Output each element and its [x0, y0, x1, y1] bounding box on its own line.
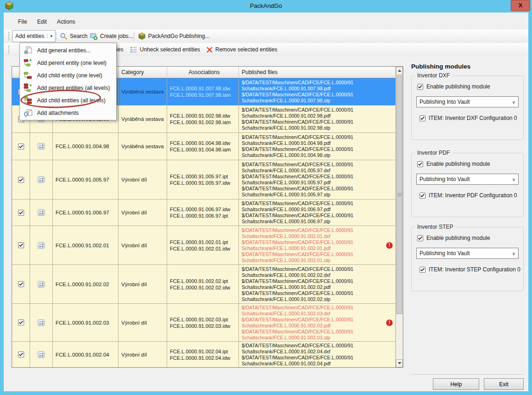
- exit-button[interactable]: Exit: [484, 378, 524, 390]
- item-config-checkbox-row[interactable]: ITEM: Inventor PDF Configuration 0: [419, 192, 517, 199]
- enable-module-checkbox[interactable]: [417, 161, 423, 167]
- publish-mode-select[interactable]: Publishing Into Vault ∨: [416, 248, 519, 259]
- row-icon-cell: [30, 200, 53, 226]
- check-mark-icon: [420, 193, 425, 198]
- header-published-files[interactable]: Published files: [239, 67, 395, 78]
- row-checkbox-cell: [12, 265, 30, 303]
- client-area: File Edit Actions Add entities ▾ Search …: [4, 13, 528, 391]
- item-icon: [38, 319, 45, 326]
- menubar: File Edit Actions: [4, 16, 528, 27]
- module-groupbox: Inventor PDF Enable publishing module Pu…: [411, 153, 524, 217]
- close-button[interactable]: X: [511, 0, 530, 11]
- menu-actions[interactable]: Actions: [52, 17, 80, 26]
- item-config-checkbox-row[interactable]: ITEM: Inventor STEP Configuration 0: [419, 266, 520, 273]
- row-name: FCE.L.0000.91.002.04: [53, 342, 119, 367]
- row-associations: FCE.L.0000.91.006.97.idwFCE.L.0000.91.00…: [167, 200, 239, 226]
- row-published-cell: $/DATA/TEST/Maschinen/CAD/FCE/FCE.L.0000…: [239, 226, 395, 264]
- header-associations[interactable]: Associations: [167, 67, 239, 78]
- publish-mode-select[interactable]: Publishing Into Vault ∨: [416, 96, 519, 107]
- row-checkbox-cell: [12, 304, 30, 341]
- table-row[interactable]: FCE.L.0000.91.002.03 Výrobní díl FCE.L.0…: [12, 304, 395, 342]
- row-published-cell: $/DATA/TEST/Maschinen/CAD/FCE/FCE.L.0000…: [239, 133, 395, 160]
- enable-module-checkbox-row[interactable]: Enable publishing module: [417, 83, 490, 90]
- menu-item[interactable]: Add general entities...: [21, 44, 115, 56]
- add-entities-button[interactable]: Add entities ▾: [12, 30, 56, 42]
- table-row[interactable]: FCE.L.0000.91.005.97 Výrobní díl FCE.L.0…: [12, 160, 395, 200]
- row-checkbox[interactable]: [18, 144, 24, 150]
- row-icon-cell: [30, 160, 53, 199]
- menu-item[interactable]: Add child entities (all levels): [21, 94, 115, 107]
- error-icon: !: [386, 320, 393, 326]
- row-published-cell: $/DATA/TEST/Maschinen/CAD/FCE/FCE.L.0000…: [239, 265, 395, 303]
- check-mark-icon: [19, 243, 24, 248]
- add-child-entities-icon: [23, 96, 33, 105]
- table-row[interactable]: FCE.L.0000.91.002.01 Výrobní díl FCE.L.0…: [12, 226, 395, 265]
- vertical-scrollbar[interactable]: [395, 67, 403, 367]
- create-jobs-icon: [90, 32, 98, 40]
- row-checkbox[interactable]: [18, 320, 24, 326]
- chevron-down-icon: ∨: [512, 100, 515, 105]
- titlebar: PackAndGo X: [0, 0, 532, 13]
- row-category: Výrobní díl: [119, 226, 167, 264]
- create-jobs-button[interactable]: Create jobs...: [90, 31, 133, 41]
- row-associations: FCE.L.0000.91.004.98.idwFCE.L.0000.91.00…: [167, 133, 239, 160]
- remove-selected-button[interactable]: Remove selected entities: [206, 44, 277, 55]
- row-category: Vyráběná sestava: [119, 106, 167, 132]
- check-mark-icon: [19, 210, 24, 215]
- menu-edit[interactable]: Edit: [32, 17, 52, 26]
- row-checkbox-cell: [12, 200, 30, 226]
- enable-module-checkbox[interactable]: [417, 84, 423, 90]
- item-config-checkbox-row[interactable]: ITEM: Inventor DXF Configuration 0: [419, 115, 517, 121]
- menu-item-label: Add attachments: [37, 110, 79, 116]
- row-name: FCE.L.0000.91.006.97: [53, 200, 119, 226]
- row-checkbox[interactable]: [18, 242, 24, 248]
- item-config-checkbox[interactable]: [419, 115, 426, 121]
- scrollbar-thumb[interactable]: [396, 75, 402, 314]
- row-icon-cell: [30, 226, 53, 264]
- scroll-down-button[interactable]: [396, 359, 403, 367]
- row-category: Výrobní díl: [119, 265, 167, 303]
- header-category[interactable]: Category: [119, 67, 167, 78]
- uncheck-selected-button[interactable]: Unheck selected entities: [130, 44, 200, 55]
- publish-mode-select[interactable]: Publishing Into Vault ∨: [416, 174, 519, 185]
- enable-module-checkbox-row[interactable]: Enable publishing module: [417, 161, 490, 167]
- toolbar-separator: [134, 31, 134, 41]
- row-checkbox[interactable]: [18, 210, 24, 216]
- table-row[interactable]: FCE.L.0000.91.006.97 Výrobní díl FCE.L.0…: [12, 200, 395, 226]
- menu-item[interactable]: Add attachments: [21, 107, 115, 119]
- toolbar-separator: [56, 31, 56, 41]
- module-title: Inventor DXF: [415, 72, 452, 79]
- search-button[interactable]: Search: [60, 31, 88, 41]
- module-title: Inventor STEP: [415, 224, 455, 230]
- menu-item[interactable]: Add perent entity (one level): [21, 56, 115, 69]
- help-button[interactable]: Help: [433, 378, 479, 390]
- item-config-checkbox[interactable]: [419, 267, 426, 273]
- row-associations: FCE.L.0000.91.007.98.idwFCE.L.0000.91.00…: [167, 78, 239, 105]
- error-icon: !: [386, 242, 393, 249]
- row-checkbox-cell: [12, 160, 30, 199]
- item-icon: [38, 242, 45, 249]
- package-icon: [138, 32, 146, 40]
- menu-file[interactable]: File: [13, 17, 32, 26]
- row-checkbox[interactable]: [18, 281, 24, 287]
- item-config-checkbox[interactable]: [419, 193, 426, 199]
- item-icon: [38, 351, 45, 358]
- row-checkbox[interactable]: [18, 177, 24, 183]
- table-row[interactable]: FCE.L.0000.91.004.98 Vyráběná sestava FC…: [12, 133, 395, 160]
- row-published-files: $/DATA/TEST/Maschinen/CAD/FCE/FCE.L.0000…: [242, 201, 353, 225]
- enable-module-checkbox[interactable]: [417, 235, 423, 241]
- enable-module-checkbox-row[interactable]: Enable publishing module: [417, 235, 490, 241]
- packandgo-publishing-button[interactable]: PackAndGo Publishing...: [138, 31, 210, 41]
- scroll-up-button[interactable]: [396, 67, 403, 75]
- check-mark-icon: [418, 84, 423, 89]
- check-mark-icon: [19, 144, 24, 149]
- toolbar-grip: [8, 32, 9, 40]
- table-row[interactable]: FCE.L.0000.91.002.04 Výrobní díl FCE.L.0…: [12, 342, 395, 367]
- check-mark-icon: [418, 236, 423, 241]
- table-row[interactable]: FCE.L.0000.91.002.02 Výrobní díl FCE.L.0…: [12, 265, 395, 304]
- menu-item[interactable]: Add perent entities (all levels): [21, 82, 115, 94]
- row-published-cell: $/DATA/TEST/Maschinen/CAD/FCE/FCE.L.0000…: [239, 160, 395, 199]
- row-checkbox[interactable]: [18, 351, 24, 357]
- menu-item[interactable]: Add child entity (one level): [21, 69, 115, 82]
- toolbar-grip: [8, 45, 9, 54]
